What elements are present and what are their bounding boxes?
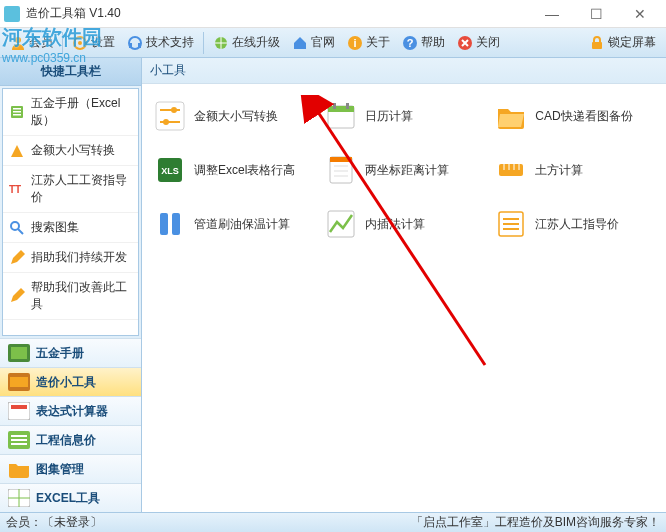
svg-rect-39 xyxy=(328,106,354,112)
tool-label: 土方计算 xyxy=(535,162,583,179)
svg-rect-40 xyxy=(333,103,336,109)
list-icon xyxy=(495,208,527,240)
close-app-button[interactable]: 关闭 xyxy=(451,32,506,53)
svg-rect-28 xyxy=(11,439,27,441)
svg-rect-16 xyxy=(13,114,21,116)
columns-icon xyxy=(154,208,186,240)
calc-icon xyxy=(8,402,30,420)
ruler-icon xyxy=(8,373,30,391)
maximize-button[interactable]: ☐ xyxy=(574,1,618,27)
tool-label: 江苏人工指导价 xyxy=(535,216,619,233)
tool-excel-rowheight[interactable]: XLS 调整Excel表格行高 xyxy=(152,152,315,188)
svg-point-35 xyxy=(171,107,177,113)
search-icon xyxy=(9,220,25,236)
svg-point-0 xyxy=(15,37,21,43)
folder-open-icon xyxy=(495,100,527,132)
nav-calculator[interactable]: 表达式计算器 xyxy=(0,396,141,425)
lock-button[interactable]: 锁定屏幕 xyxy=(583,32,662,53)
member-button[interactable]: 会员 xyxy=(4,32,59,53)
headset-icon xyxy=(127,35,143,51)
nav-excel[interactable]: EXCEL工具 xyxy=(0,483,141,512)
member-icon xyxy=(10,35,26,51)
pencil-icon xyxy=(9,288,25,304)
svg-rect-33 xyxy=(156,102,184,130)
tool-label: 内插法计算 xyxy=(365,216,425,233)
sidebar-link-wage[interactable]: TT 江苏人工工资指导价 xyxy=(3,166,138,213)
sidebar-link-donate[interactable]: 捐助我们持续开发 xyxy=(3,243,138,273)
body: 快捷工具栏 五金手册（Excel版） 金额大小写转换 TT 江苏人工工资指导价 … xyxy=(0,58,666,512)
status-left: 会员：〔未登录〕 xyxy=(6,514,102,531)
upgrade-button[interactable]: 在线升级 xyxy=(207,32,286,53)
nav-hardware[interactable]: 五金手册 xyxy=(0,338,141,367)
tool-coord-distance[interactable]: 两坐标距离计算 xyxy=(323,152,486,188)
tool-earthwork[interactable]: 土方计算 xyxy=(493,152,656,188)
nav-label: 五金手册 xyxy=(36,345,84,362)
svg-rect-54 xyxy=(160,213,168,235)
sidebar-link-label: 帮助我们改善此工具 xyxy=(31,279,132,313)
minimize-button[interactable]: — xyxy=(530,1,574,27)
tool-calendar[interactable]: 日历计算 xyxy=(323,98,486,134)
close-button[interactable]: ✕ xyxy=(618,1,662,27)
svg-rect-4 xyxy=(129,43,132,48)
svg-rect-12 xyxy=(592,42,602,49)
sidebar-link-money[interactable]: 金额大小写转换 xyxy=(3,136,138,166)
xls-icon: XLS xyxy=(154,154,186,186)
chart-icon xyxy=(325,208,357,240)
help-icon: ? xyxy=(402,35,418,51)
main-panel: 小工具 金额大小写转换 日历计算 CAD快递看图备份 XLS 调整Excel表格… xyxy=(142,58,666,512)
tool-grid: 金额大小写转换 日历计算 CAD快递看图备份 XLS 调整Excel表格行高 两… xyxy=(142,84,666,256)
sidebar-link-label: 金额大小写转换 xyxy=(31,142,115,159)
svg-rect-41 xyxy=(346,103,349,109)
tool-label: 日历计算 xyxy=(365,108,413,125)
svg-rect-21 xyxy=(11,347,27,359)
notebook-icon xyxy=(325,154,357,186)
svg-rect-23 xyxy=(10,377,28,387)
svg-rect-27 xyxy=(11,435,27,437)
sidebar-link-label: 五金手册（Excel版） xyxy=(31,95,132,129)
tool-jiangsu-wage[interactable]: 江苏人工指导价 xyxy=(493,206,656,242)
tool-pipe-insulation[interactable]: 管道刷油保温计算 xyxy=(152,206,315,242)
svg-rect-29 xyxy=(11,443,27,445)
official-button[interactable]: 官网 xyxy=(286,32,341,53)
tool-label: 金额大小写转换 xyxy=(194,108,278,125)
sidebar-nav: 五金手册 造价小工具 表达式计算器 工程信息价 图集管理 EXCEL工具 xyxy=(0,338,141,512)
sidebar-link-label: 江苏人工工资指导价 xyxy=(31,172,132,206)
techsupport-button[interactable]: 技术支持 xyxy=(121,32,200,53)
svg-point-37 xyxy=(163,119,169,125)
ruler-icon xyxy=(495,154,527,186)
sidebar-links: 五金手册（Excel版） 金额大小写转换 TT 江苏人工工资指导价 搜索图集 捐… xyxy=(2,88,139,336)
nav-price[interactable]: 工程信息价 xyxy=(0,425,141,454)
svg-point-2 xyxy=(78,41,82,45)
sidebar-link-search[interactable]: 搜索图集 xyxy=(3,213,138,243)
tool-money-convert[interactable]: 金额大小写转换 xyxy=(152,98,315,134)
svg-text:?: ? xyxy=(407,37,414,49)
nav-label: 图集管理 xyxy=(36,461,84,478)
status-right: 「启点工作室」工程造价及BIM咨询服务专家！ xyxy=(411,514,660,531)
nav-tools[interactable]: 造价小工具 xyxy=(0,367,141,396)
tool-cad-backup[interactable]: CAD快递看图备份 xyxy=(493,98,656,134)
svg-text:TT: TT xyxy=(9,184,21,195)
triangle-icon xyxy=(9,143,25,159)
gear-icon xyxy=(72,35,88,51)
svg-rect-24 xyxy=(8,402,30,420)
folder-icon xyxy=(8,460,30,478)
text-icon: TT xyxy=(9,181,25,197)
sidebar-link-hardware[interactable]: 五金手册（Excel版） xyxy=(3,89,138,136)
tool-label: 调整Excel表格行高 xyxy=(194,162,295,179)
globe-icon xyxy=(213,35,229,51)
tool-label: CAD快递看图备份 xyxy=(535,108,632,125)
nav-album[interactable]: 图集管理 xyxy=(0,454,141,483)
sidebar-link-label: 捐助我们持续开发 xyxy=(31,249,127,266)
nav-label: 造价小工具 xyxy=(36,374,96,391)
sidebar-link-label: 搜索图集 xyxy=(31,219,79,236)
about-button[interactable]: i 关于 xyxy=(341,32,396,53)
sidebar-title: 快捷工具栏 xyxy=(0,58,141,86)
help-button[interactable]: ? 帮助 xyxy=(396,32,451,53)
sliders-icon xyxy=(154,100,186,132)
tool-interpolate[interactable]: 内插法计算 xyxy=(323,206,486,242)
settings-button[interactable]: 设置 xyxy=(66,32,121,53)
info-icon: i xyxy=(347,35,363,51)
svg-rect-14 xyxy=(13,108,21,110)
sidebar-link-improve[interactable]: 帮助我们改善此工具 xyxy=(3,273,138,320)
calendar-icon xyxy=(325,100,357,132)
